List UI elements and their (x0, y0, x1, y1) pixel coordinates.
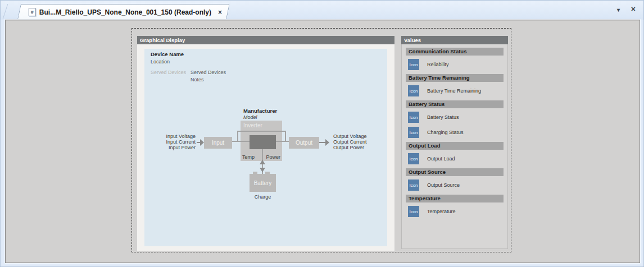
graphical-display-header: Graphical Display (137, 36, 394, 44)
value-label: Output Source (427, 182, 460, 188)
section-header: Output Load (406, 142, 504, 150)
input-measurements: Input Voltage Input Current Input Power (166, 134, 196, 150)
charge-label: Charge (250, 194, 276, 200)
values-body: Communication Status Icon Reliability Ba… (402, 44, 507, 224)
output-measurements: Output Voltage Output Current Output Pow… (333, 134, 367, 150)
graphical-display-panel[interactable]: Graphical Display Device Name Location S… (137, 36, 394, 251)
value-icon[interactable]: Icon (408, 85, 419, 96)
tab-list-dropdown-icon[interactable]: ▾ (617, 7, 620, 13)
tab-close-icon[interactable]: × (218, 9, 222, 16)
editor-window: # Bui...M_Riello_UPS_None_None_001_150 (… (0, 0, 644, 267)
tab-title: Bui...M_Riello_UPS_None_None_001_150 (Re… (39, 8, 211, 16)
value-label: Battery Status (427, 114, 459, 120)
tab-well-edge (3, 4, 16, 19)
value-label: Temperature (427, 209, 456, 214)
section-communication-status: Communication Status Icon Reliability (406, 48, 504, 70)
ups-diagram: Manufacturer Model Inverter Temp Power I… (144, 49, 387, 246)
section-header: Communication Status (406, 48, 504, 56)
values-header: Values (401, 36, 508, 44)
section-output-source: Output Source Icon Output Source (406, 168, 504, 191)
output-power-label: Output Power (333, 145, 367, 150)
input-current-label: Input Current (166, 139, 196, 145)
tab-strip: # Bui...M_Riello_UPS_None_None_001_150 (… (1, 1, 643, 20)
value-icon[interactable]: Icon (408, 179, 419, 191)
window-close-icon[interactable]: × (631, 4, 636, 13)
section-header: Battery Time Remaining (406, 74, 504, 82)
value-row[interactable]: Icon Battery Status (408, 112, 504, 123)
input-power-label: Input Power (166, 145, 196, 150)
value-label: Output Load (427, 156, 455, 162)
section-header: Temperature (406, 195, 504, 202)
value-row[interactable]: Icon Charging Status (408, 127, 504, 138)
document-icon: # (29, 8, 36, 16)
section-battery-time-remaining: Battery Time Remaining Icon Battery Time… (406, 74, 504, 96)
battery-box[interactable]: Battery (250, 174, 276, 192)
design-canvas[interactable]: Graphical Display Device Name Location S… (5, 20, 640, 263)
output-current-label: Output Current (333, 139, 367, 145)
power-label: Power (266, 154, 280, 160)
input-arrow-icon (200, 139, 204, 146)
output-arrow-icon (325, 139, 329, 146)
value-label: Reliability (427, 62, 449, 67)
document-tab[interactable]: # Bui...M_Riello_UPS_None_None_001_150 (… (17, 4, 230, 20)
value-row[interactable]: Icon Output Load (408, 153, 504, 164)
diagram-background: Device Name Location Served Devices Serv… (144, 49, 387, 246)
inverter-label: Inverter (243, 122, 262, 128)
value-icon[interactable]: Icon (408, 112, 419, 123)
section-output-load: Output Load Icon Output Load (406, 142, 504, 164)
values-panel[interactable]: Values Communication Status Icon Reliabi… (401, 36, 508, 249)
battery-terminal (253, 172, 257, 174)
output-box[interactable]: Output (289, 137, 319, 149)
arrow-up-icon (260, 160, 265, 164)
section-header: Output Source (406, 168, 504, 176)
section-battery-status: Battery Status Icon Battery Status Icon … (406, 100, 504, 138)
value-row[interactable]: Icon Reliability (408, 59, 504, 70)
input-box[interactable]: Input (204, 137, 232, 149)
temp-label: Temp (242, 154, 255, 160)
value-icon[interactable]: Icon (408, 206, 419, 217)
inverter-core-box[interactable] (250, 135, 276, 149)
value-row[interactable]: Icon Temperature (408, 206, 504, 217)
input-voltage-label: Input Voltage (166, 134, 196, 139)
output-voltage-label: Output Voltage (333, 134, 367, 139)
value-icon[interactable]: Icon (408, 127, 419, 138)
value-icon[interactable]: Icon (408, 59, 419, 70)
value-row[interactable]: Icon Battery Time Remaining (408, 85, 504, 96)
value-icon[interactable]: Icon (408, 153, 419, 164)
value-label: Battery Time Remaining (427, 88, 481, 94)
model-label: Model (243, 114, 257, 120)
battery-terminal (265, 172, 270, 174)
value-label: Charging Status (427, 130, 464, 135)
manufacturer-label: Manufacturer (243, 108, 277, 114)
section-temperature: Temperature Icon Temperature (406, 195, 504, 217)
value-row[interactable]: Icon Output Source (408, 179, 504, 191)
arrow-down-icon (260, 168, 265, 172)
section-header: Battery Status (406, 100, 504, 108)
